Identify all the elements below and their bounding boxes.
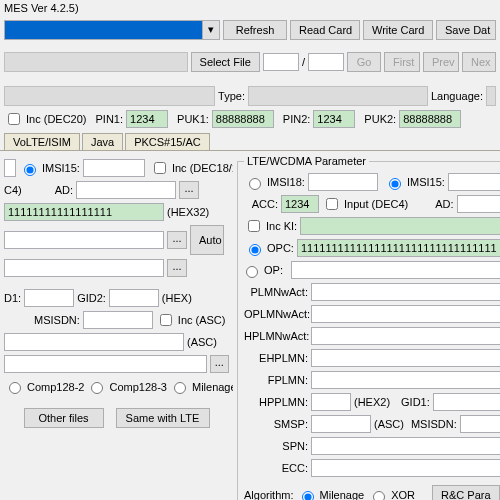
- row5-input[interactable]: [4, 259, 164, 277]
- file-index-input[interactable]: [263, 53, 299, 71]
- inc-dec20-label: Inc (DEC20): [26, 113, 87, 125]
- write-card-button[interactable]: Write Card: [363, 20, 433, 40]
- op-label: OP:: [264, 264, 288, 276]
- file-total-input[interactable]: [308, 53, 344, 71]
- acc-input[interactable]: [281, 195, 319, 213]
- fplmn-input[interactable]: [311, 371, 500, 389]
- first-button[interactable]: First: [384, 52, 420, 72]
- row5-more-button[interactable]: ...: [167, 259, 187, 277]
- r-imsi15-radio[interactable]: [389, 178, 401, 190]
- select-file-button[interactable]: Select File: [191, 52, 260, 72]
- msisdn-inc-checkbox[interactable]: [160, 314, 172, 326]
- read-card-button[interactable]: Read Card: [290, 20, 360, 40]
- asc-long-input[interactable]: [4, 333, 184, 351]
- r-msisdn-label: MSISDN:: [411, 418, 457, 430]
- tab-pkcs[interactable]: PKCS#15/AC: [125, 133, 210, 150]
- d1-label: D1:: [4, 292, 21, 304]
- puk1-input[interactable]: [212, 110, 274, 128]
- go-button[interactable]: Go: [347, 52, 381, 72]
- hpplmn-label: HPPLMN:: [244, 396, 308, 408]
- slash-label: /: [302, 56, 305, 68]
- puk2-input[interactable]: [399, 110, 461, 128]
- d1-input[interactable]: [24, 289, 74, 307]
- plmn-input[interactable]: [311, 283, 500, 301]
- imsi15-radio[interactable]: [24, 164, 36, 176]
- ki-input[interactable]: [300, 217, 500, 235]
- pin2-label: PIN2:: [283, 113, 311, 125]
- ad-input[interactable]: [76, 181, 176, 199]
- inc-ki-label: Inc KI:: [266, 220, 297, 232]
- language-label: Language:: [431, 90, 483, 102]
- imsi15-input[interactable]: [83, 159, 145, 177]
- ecc-input[interactable]: [311, 459, 500, 477]
- top-dropdown[interactable]: ▾: [4, 20, 220, 40]
- prev-button[interactable]: Prev: [423, 52, 459, 72]
- imsi15-label: IMSI15:: [42, 162, 80, 174]
- inc-dec1815-label: Inc (DEC18/15): [172, 162, 233, 174]
- smsp-label: SMSP:: [244, 418, 308, 430]
- opc-input[interactable]: [297, 239, 500, 257]
- auto-button[interactable]: Auto: [190, 225, 224, 255]
- smsp-input[interactable]: [311, 415, 371, 433]
- algo-milenage-radio[interactable]: [302, 491, 314, 501]
- r-ad-label: AD:: [435, 198, 453, 210]
- save-data-button[interactable]: Save Dat: [436, 20, 496, 40]
- left-first-input[interactable]: [4, 159, 16, 177]
- algo-xor-radio[interactable]: [373, 491, 385, 501]
- c4-label: C4): [4, 184, 22, 196]
- op-radio[interactable]: [246, 266, 258, 278]
- imsi18-input[interactable]: [308, 173, 378, 191]
- hex32-input[interactable]: [4, 203, 164, 221]
- comp1283-label: Comp128-3: [109, 381, 166, 393]
- pin1-input[interactable]: [126, 110, 168, 128]
- hpplmn-input[interactable]: [311, 393, 351, 411]
- fplmn-label: FPLMN:: [244, 374, 308, 386]
- msisdn-input[interactable]: [83, 311, 153, 329]
- type-label: Type:: [218, 90, 245, 102]
- other-files-button[interactable]: Other files: [24, 408, 104, 428]
- tab-java[interactable]: Java: [82, 133, 123, 150]
- lte-wcdma-fieldset: LTE/WCDMA Parameter IMSI18: IMSI15: ACC:…: [237, 155, 500, 500]
- imsi18-radio[interactable]: [249, 178, 261, 190]
- gid2-label: GID2:: [77, 292, 106, 304]
- row4-input[interactable]: [4, 231, 164, 249]
- acc-label: ACC:: [244, 198, 278, 210]
- gid2-input[interactable]: [109, 289, 159, 307]
- inc-ki-checkbox[interactable]: [248, 220, 260, 232]
- long-input-2[interactable]: [4, 355, 207, 373]
- spn-input[interactable]: [311, 437, 500, 455]
- hplmn-label: HPLMNwAct:: [244, 330, 308, 342]
- hplmn-input[interactable]: [311, 327, 500, 345]
- refresh-button[interactable]: Refresh: [223, 20, 287, 40]
- inc-dec1815-checkbox[interactable]: [154, 162, 166, 174]
- op-input[interactable]: [291, 261, 500, 279]
- asc2-label: (ASC): [187, 336, 217, 348]
- r-imsi15-input[interactable]: [448, 173, 500, 191]
- tab-volte-isim[interactable]: VoLTE/ISIM: [4, 133, 80, 150]
- comp1283-radio[interactable]: [91, 382, 103, 394]
- r-imsi15-label: IMSI15:: [407, 176, 445, 188]
- oplmn-input[interactable]: [311, 305, 500, 323]
- next-button[interactable]: Nex: [462, 52, 496, 72]
- gid1-input[interactable]: [433, 393, 500, 411]
- msisdn-inc-label: Inc: [178, 314, 193, 326]
- milenage-radio[interactable]: [174, 382, 186, 394]
- input-dec4-checkbox[interactable]: [326, 198, 338, 210]
- chevron-down-icon[interactable]: ▾: [202, 20, 220, 40]
- hex-label: (HEX): [162, 292, 192, 304]
- rc-para-button[interactable]: R&C Para: [432, 485, 500, 500]
- algo-xor-label: XOR: [391, 489, 415, 500]
- row4-more-button[interactable]: ...: [167, 231, 187, 249]
- comp1282-radio[interactable]: [9, 382, 21, 394]
- opc-radio[interactable]: [249, 244, 261, 256]
- ad-more-button[interactable]: ...: [179, 181, 199, 199]
- r-ad-input[interactable]: [457, 195, 500, 213]
- input-dec4-label: Input (DEC4): [344, 198, 408, 210]
- ehplmn-input[interactable]: [311, 349, 500, 367]
- inc-dec20-checkbox[interactable]: [8, 113, 20, 125]
- hex32-label: (HEX32): [167, 206, 209, 218]
- long2-more-button[interactable]: ...: [210, 355, 229, 373]
- r-msisdn-input[interactable]: [460, 415, 500, 433]
- same-with-lte-button[interactable]: Same with LTE: [116, 408, 210, 428]
- pin2-input[interactable]: [313, 110, 355, 128]
